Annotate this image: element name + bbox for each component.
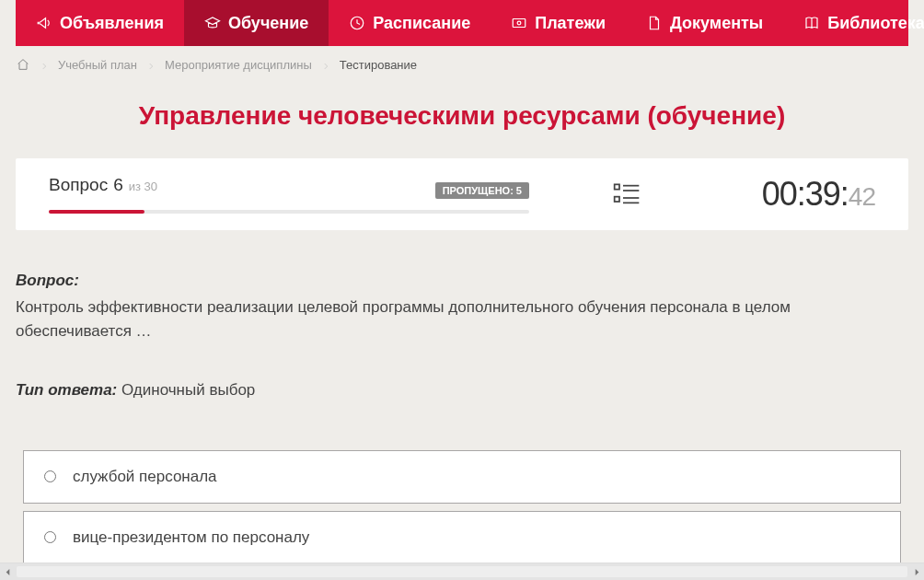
nav-item-label: Обучение	[228, 14, 308, 33]
status-bar: Вопрос 6 из 30 ПРОПУЩЕНО: 5	[16, 158, 908, 230]
answer-text: службой персонала	[73, 468, 217, 486]
svg-rect-1	[513, 19, 526, 28]
answer-type: Тип ответа: Одиночный выбор	[16, 381, 908, 400]
graduation-icon	[204, 15, 221, 31]
question-number: 6	[113, 175, 123, 195]
nav-item-label: Объявления	[60, 14, 164, 33]
scroll-right-arrow-icon[interactable]	[909, 564, 924, 579]
question-text: Контроль эффективности реализации целево…	[16, 296, 908, 344]
nav-item-label: Расписание	[373, 14, 470, 33]
svg-rect-3	[615, 184, 619, 189]
question-total-prefix: из	[129, 180, 141, 193]
book-icon	[803, 15, 820, 31]
page-title: Управление человеческими ресурсами (обуч…	[16, 101, 908, 131]
horizontal-scrollbar[interactable]	[0, 563, 924, 580]
nav-item-education[interactable]: Обучение	[184, 0, 329, 46]
timer-main: 00:39:	[762, 175, 849, 213]
top-nav: Объявления Обучение Расписание Платежи Д…	[16, 0, 908, 46]
scroll-left-arrow-icon[interactable]	[0, 564, 15, 579]
progress-fill	[49, 210, 144, 214]
question-list-icon[interactable]	[612, 180, 641, 209]
answer-option[interactable]: службой персонала	[23, 450, 901, 504]
breadcrumb-link-event[interactable]: Мероприятие дисциплины	[165, 58, 312, 72]
nav-item-documents[interactable]: Документы	[626, 0, 783, 46]
nav-item-label: Документы	[670, 14, 763, 33]
nav-item-announcements[interactable]: Объявления	[16, 0, 184, 46]
answer-type-value: Одиночный выбор	[121, 381, 255, 399]
chevron-right-icon	[40, 60, 49, 69]
chevron-right-icon	[321, 60, 330, 69]
timer: 00:39:42	[762, 175, 875, 214]
payment-icon	[511, 15, 527, 31]
answer-type-label: Тип ответа:	[16, 381, 117, 399]
answer-list: службой персонала вице-президентом по пе…	[16, 450, 908, 563]
breadcrumb-link-plan[interactable]: Учебный план	[58, 58, 137, 72]
answer-radio[interactable]	[44, 531, 56, 543]
answer-radio[interactable]	[44, 470, 56, 482]
answer-text: вице-президентом по персоналу	[73, 528, 309, 547]
question-progress: Вопрос 6 из 30 ПРОПУЩЕНО: 5	[49, 175, 529, 214]
nav-item-label: Платежи	[535, 14, 606, 33]
nav-item-schedule[interactable]: Расписание	[329, 0, 491, 46]
progress-bar	[49, 210, 529, 214]
svg-point-2	[517, 21, 521, 25]
nav-item-payments[interactable]: Платежи	[491, 0, 626, 46]
breadcrumb-current: Тестирование	[340, 58, 417, 72]
clock-icon	[349, 15, 365, 31]
breadcrumb: Учебный план Мероприятие дисциплины Тест…	[16, 46, 908, 83]
timer-sub: 42	[849, 182, 875, 211]
chevron-right-icon	[146, 60, 156, 69]
svg-rect-4	[615, 197, 619, 202]
skipped-badge: ПРОПУЩЕНО: 5	[435, 182, 529, 199]
scroll-track[interactable]	[17, 566, 907, 577]
question-label: Вопрос:	[16, 272, 908, 290]
nav-item-label: Библиотека	[827, 14, 924, 33]
home-icon[interactable]	[16, 57, 30, 72]
answer-option[interactable]: вице-президентом по персоналу	[23, 511, 901, 563]
question-body: Вопрос: Контроль эффективности реализаци…	[16, 272, 908, 563]
question-word: Вопрос	[49, 175, 108, 195]
question-total-num: 30	[144, 180, 157, 193]
question-counter: Вопрос 6 из 30	[49, 175, 157, 195]
nav-item-library[interactable]: Библиотека	[783, 0, 924, 46]
document-icon	[646, 15, 663, 31]
megaphone-icon	[36, 15, 52, 31]
